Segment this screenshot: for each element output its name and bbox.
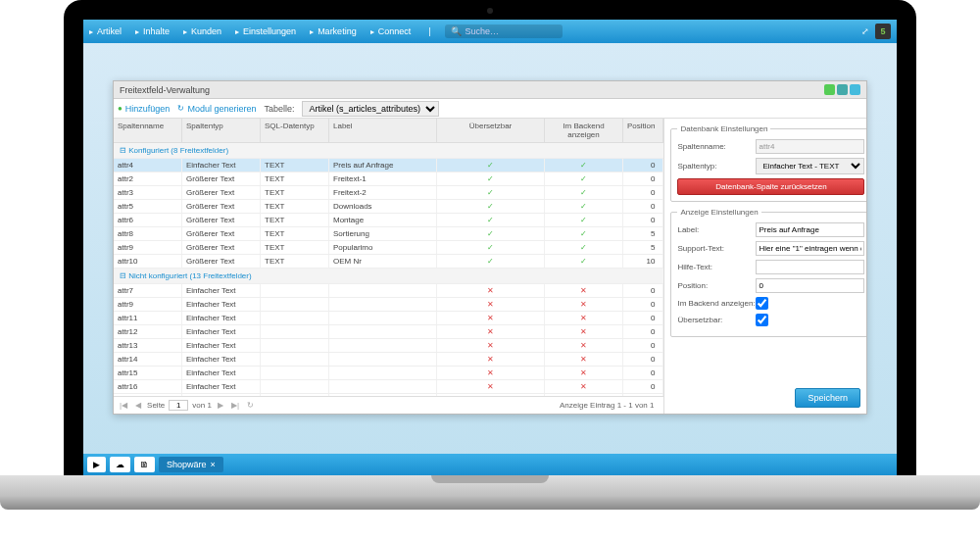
minimize-icon[interactable]	[824, 84, 835, 95]
cell: attr12	[114, 325, 182, 338]
cell	[329, 380, 437, 393]
taskbar-tab[interactable]: Shopwäre ×	[159, 457, 223, 472]
cell: attr11	[114, 312, 182, 324]
cell: Freitext-2	[329, 186, 437, 199]
cell: ✕	[545, 298, 623, 311]
cell: OEM Nr	[329, 255, 437, 268]
display-settings: Anzeige Einstellungen Label: 🌐 Support-T…	[670, 208, 866, 337]
reset-column-button[interactable]: Datenbank-Spalte zurücksetzen	[677, 178, 864, 195]
table-row[interactable]: attr6Größerer TextTEXTMontage✓✓0	[114, 214, 663, 227]
column-header[interactable]: Position	[623, 119, 663, 142]
maximize-icon[interactable]	[837, 84, 848, 95]
table-row[interactable]: attr9Einfacher Text✕✕0	[114, 298, 663, 312]
pager-page-input[interactable]	[169, 400, 188, 411]
table-row[interactable]: attr9Größerer TextTEXTPopularimo✓✓5	[114, 241, 663, 255]
backend-checkbox[interactable]	[756, 297, 768, 310]
group-row[interactable]: Konfiguriert (8 Freitextfelder)	[114, 143, 663, 159]
table-row[interactable]: attr10Größerer TextTEXTOEM Nr✓✓10	[114, 255, 663, 269]
label-input[interactable]	[756, 222, 864, 237]
tab-close-icon[interactable]: ×	[211, 460, 216, 469]
cell: Einfacher Text	[182, 367, 261, 379]
pager-first[interactable]: |◀	[118, 401, 129, 410]
column-header[interactable]: Spaltenname	[114, 119, 182, 142]
app-logo[interactable]: 5	[875, 24, 891, 39]
cell	[261, 312, 329, 324]
taskbar: ▶ ☁ 🗎 Shopwäre ×	[83, 454, 897, 475]
table-row[interactable]: attr11Einfacher Text✕✕0	[114, 312, 663, 325]
cell: ✓	[437, 159, 545, 172]
cell: 0	[623, 380, 663, 393]
add-button[interactable]: Hinzufügen	[118, 104, 170, 114]
cell: ✕	[545, 312, 623, 324]
cell: 5	[623, 227, 663, 240]
save-button[interactable]: Speichern	[795, 388, 860, 408]
cell: ✕	[545, 339, 623, 352]
cell: ✓	[437, 255, 545, 268]
cell: Einfacher Text	[182, 339, 261, 352]
cell: TEXT	[261, 255, 329, 268]
help-input[interactable]	[756, 260, 864, 274]
detail-panel: Datenbank Einstellungen Spaltenname: Spa…	[664, 119, 866, 414]
cell	[329, 312, 437, 324]
grid-header: SpaltennameSpaltentypSQL-DatentypLabelÜb…	[114, 119, 663, 143]
table-row[interactable]: attr5Größerer TextTEXTDownloads✓✓0	[114, 200, 663, 214]
nav-inhalte[interactable]: Inhalte	[135, 26, 170, 36]
cell: ✓	[545, 227, 623, 240]
cell: TEXT	[261, 241, 329, 254]
column-header[interactable]: Spaltentyp	[182, 119, 261, 142]
cell: ✕	[437, 367, 545, 379]
cell: attr9	[114, 241, 182, 254]
cell: attr8	[114, 227, 182, 240]
position-input[interactable]	[756, 278, 864, 293]
backend-label: Im Backend anzeigen:	[677, 299, 756, 308]
cell	[329, 298, 437, 311]
fullscreen-icon[interactable]: ⤢	[861, 26, 869, 36]
taskbar-note[interactable]: 🗎	[134, 457, 155, 472]
translate-checkbox[interactable]	[756, 314, 768, 326]
search-box[interactable]: 🔍	[445, 24, 563, 38]
cell: ✕	[437, 325, 545, 338]
support-input[interactable]	[756, 241, 864, 256]
search-input[interactable]	[466, 26, 554, 36]
table-row[interactable]: attr15Einfacher Text✕✕0	[114, 367, 663, 380]
table-row[interactable]: attr3Größerer TextTEXTFreitext-2✓✓0	[114, 186, 663, 200]
column-header[interactable]: SQL-Datentyp	[261, 119, 329, 142]
close-icon[interactable]	[850, 84, 860, 95]
table-row[interactable]: attr14Einfacher Text✕✕0	[114, 353, 663, 367]
cell	[329, 339, 437, 352]
nav-marketing[interactable]: Marketing	[310, 26, 357, 36]
cell: 10	[623, 255, 663, 268]
table-row[interactable]: attr13Einfacher Text✕✕0	[114, 339, 663, 353]
nav-kunden[interactable]: Kunden	[183, 26, 221, 36]
table-row[interactable]: attr7Einfacher Text✕✕0	[114, 284, 663, 298]
pager-prev[interactable]: ◀	[133, 401, 143, 410]
grid-body[interactable]: Konfiguriert (8 Freitextfelder)attr4Einf…	[114, 143, 663, 396]
coltype-select[interactable]: Einfacher Text - TEXT	[756, 158, 864, 174]
pager-last[interactable]: ▶|	[229, 401, 241, 410]
taskbar-cloud[interactable]: ☁	[110, 457, 130, 472]
table-row[interactable]: attr4Einfacher TextTEXTPreis auf Anfrage…	[114, 159, 663, 172]
pager-refresh[interactable]: ↻	[245, 401, 256, 410]
taskbar-start[interactable]: ▶	[87, 457, 106, 472]
table-select[interactable]: Artikel (s_articles_attributes)	[302, 101, 439, 117]
table-row[interactable]: attr8Größerer TextTEXTSortierung✓✓5	[114, 227, 663, 241]
cell: 0	[623, 367, 663, 379]
nav-artikel[interactable]: Artikel	[89, 26, 122, 36]
regenerate-button[interactable]: Modul generieren	[177, 104, 256, 114]
column-header[interactable]: Label	[329, 119, 437, 142]
table-row[interactable]: attr12Einfacher Text✕✕0	[114, 325, 663, 339]
column-header[interactable]: Übersetzbar	[437, 119, 545, 142]
pager-next[interactable]: ▶	[216, 401, 225, 410]
group-row[interactable]: Nicht konfiguriert (13 Freitextfelder)	[114, 269, 663, 284]
nav-einstellungen[interactable]: Einstellungen	[235, 26, 296, 36]
table-row[interactable]: attr2Größerer TextTEXTFreitext-1✓✓0	[114, 172, 663, 186]
column-header[interactable]: Im Backend anzeigen	[545, 119, 623, 142]
cell: ✓	[545, 214, 623, 226]
cell: attr2	[114, 172, 182, 185]
cell: 0	[623, 172, 663, 185]
nav-connect[interactable]: Connect	[370, 26, 412, 36]
cell: ✓	[545, 241, 623, 254]
table-row[interactable]: attr16Einfacher Text✕✕0	[114, 380, 663, 394]
cell	[261, 353, 329, 366]
db-settings: Datenbank Einstellungen Spaltenname: Spa…	[670, 124, 866, 202]
